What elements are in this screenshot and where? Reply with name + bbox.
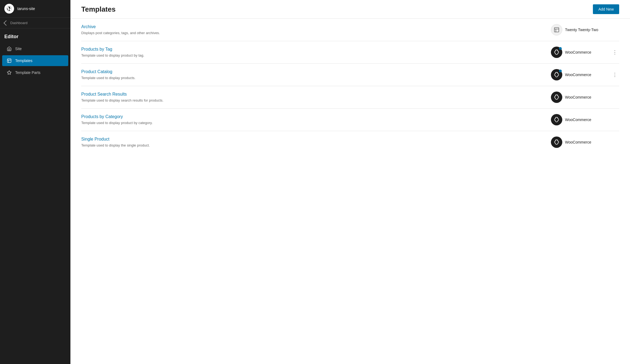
template-name[interactable]: Product Search Results — [81, 92, 551, 97]
back-icon — [4, 20, 9, 26]
template-name[interactable]: Single Product — [81, 137, 551, 142]
template-source: WooCommerce — [551, 136, 610, 148]
sidebar-item-site-label: Site — [15, 47, 22, 51]
template-source: WooCommerce — [551, 92, 610, 103]
template-source: WooCommerce — [551, 114, 610, 125]
templates-list: Archive Displays post categories, tags, … — [70, 19, 630, 364]
home-icon — [7, 46, 12, 51]
source-label: Twenty Twenty-Two — [565, 28, 598, 32]
source-icon — [551, 24, 562, 35]
source-icon — [551, 47, 562, 58]
template-info: Product Catalog Template used to display… — [81, 69, 551, 80]
sidebar-nav: Site Templates Template Parts — [0, 42, 70, 80]
template-row-product-search-results: Product Search Results Template used to … — [81, 86, 619, 109]
site-name: taruns-site — [17, 6, 35, 11]
template-description: Displays post categories, tags, and othe… — [81, 31, 160, 35]
sidebar: taruns-site Dashboard Editor Site — [0, 0, 70, 364]
sidebar-item-templates[interactable]: Templates — [2, 55, 68, 66]
template-name[interactable]: Products by Tag — [81, 47, 551, 52]
template-description: Template used to display search results … — [81, 98, 163, 102]
sidebar-header: taruns-site — [0, 0, 70, 18]
source-icon — [551, 136, 562, 148]
templates-icon — [7, 58, 12, 63]
template-info: Archive Displays post categories, tags, … — [81, 24, 551, 35]
source-icon — [551, 69, 562, 80]
template-info: Products by Tag Template used to display… — [81, 47, 551, 58]
more-options-button[interactable]: ⋮ — [610, 70, 619, 79]
sidebar-item-template-parts-label: Template Parts — [15, 70, 40, 75]
source-icon — [551, 114, 562, 125]
template-row-single-product: Single Product Template used to display … — [81, 131, 619, 153]
template-info: Product Search Results Template used to … — [81, 92, 551, 103]
sidebar-item-templates-label: Templates — [15, 58, 33, 63]
template-info: Single Product Template used to display … — [81, 137, 551, 148]
dashboard-label: Dashboard — [10, 21, 28, 25]
source-icon — [551, 92, 562, 103]
source-label: WooCommerce — [565, 140, 591, 144]
source-label: WooCommerce — [565, 118, 591, 122]
dot-indicator — [559, 47, 562, 50]
source-label: WooCommerce — [565, 50, 591, 54]
add-new-button[interactable]: Add New — [593, 4, 619, 14]
sidebar-item-site[interactable]: Site — [2, 43, 68, 54]
template-name[interactable]: Archive — [81, 24, 551, 29]
page-title: Templates — [81, 5, 116, 14]
svg-marker-3 — [7, 71, 11, 74]
svg-rect-4 — [554, 28, 559, 32]
template-description: Template used to display the single prod… — [81, 143, 150, 147]
main-content: Templates Add New Archive Displays post … — [70, 0, 630, 364]
dot-indicator — [559, 70, 562, 72]
template-info: Products by Category Template used to di… — [81, 114, 551, 125]
sidebar-item-template-parts[interactable]: Template Parts — [2, 67, 68, 78]
template-source: WooCommerce — [551, 47, 610, 58]
source-label: WooCommerce — [565, 95, 591, 99]
template-row-product-catalog: Product Catalog Template used to display… — [81, 64, 619, 86]
template-row-products-by-category: Products by Category Template used to di… — [81, 109, 619, 131]
template-description: Template used to display product by tag. — [81, 53, 144, 57]
template-description: Template used to display products. — [81, 76, 135, 80]
more-options-button[interactable]: ⋮ — [610, 48, 619, 57]
template-source: WooCommerce — [551, 69, 610, 80]
template-row-products-by-tag: Products by Tag Template used to display… — [81, 41, 619, 64]
template-source: Twenty Twenty-Two — [551, 24, 610, 35]
editor-section-title: Editor — [0, 28, 70, 42]
source-label: WooCommerce — [565, 73, 591, 77]
svg-rect-0 — [7, 59, 11, 63]
wp-logo — [4, 4, 14, 14]
template-parts-icon — [7, 70, 12, 75]
template-name[interactable]: Product Catalog — [81, 69, 551, 74]
main-header: Templates Add New — [70, 0, 630, 19]
template-row-archive: Archive Displays post categories, tags, … — [81, 19, 619, 41]
dashboard-link[interactable]: Dashboard — [0, 18, 70, 28]
template-description: Template used to display product by cate… — [81, 121, 153, 125]
template-name[interactable]: Products by Category — [81, 114, 551, 119]
